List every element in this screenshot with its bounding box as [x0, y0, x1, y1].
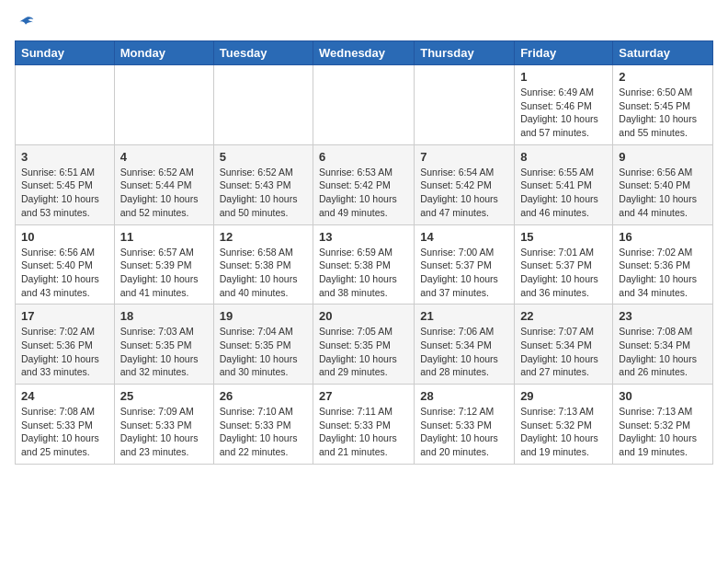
- calendar-cell: 3Sunrise: 6:51 AM Sunset: 5:45 PM Daylig…: [16, 144, 115, 224]
- day-number: 16: [619, 230, 707, 244]
- day-info: Sunrise: 7:03 AM Sunset: 5:35 PM Dayligh…: [120, 325, 208, 379]
- calendar-cell: [213, 65, 313, 145]
- day-info: Sunrise: 7:05 AM Sunset: 5:35 PM Dayligh…: [319, 325, 408, 379]
- calendar-cell: 21Sunrise: 7:06 AM Sunset: 5:34 PM Dayli…: [415, 304, 515, 385]
- day-number: 19: [220, 309, 307, 323]
- calendar-cell: [114, 65, 213, 145]
- calendar-cell: 20Sunrise: 7:05 AM Sunset: 5:35 PM Dayli…: [313, 304, 415, 385]
- day-number: 21: [420, 309, 508, 323]
- calendar-cell: 29Sunrise: 7:13 AM Sunset: 5:32 PM Dayli…: [515, 385, 613, 465]
- day-info: Sunrise: 7:04 AM Sunset: 5:35 PM Dayligh…: [220, 325, 307, 379]
- calendar-table: SundayMondayTuesdayWednesdayThursdayFrid…: [15, 40, 713, 465]
- day-number: 3: [21, 150, 108, 164]
- calendar-cell: 15Sunrise: 7:01 AM Sunset: 5:37 PM Dayli…: [515, 224, 613, 304]
- day-number: 23: [619, 309, 707, 323]
- day-info: Sunrise: 7:09 AM Sunset: 5:33 PM Dayligh…: [120, 405, 208, 459]
- calendar-week-row: 3Sunrise: 6:51 AM Sunset: 5:45 PM Daylig…: [16, 144, 713, 224]
- day-number: 27: [319, 389, 408, 403]
- weekday-header-friday: Friday: [515, 41, 613, 65]
- day-number: 11: [120, 230, 208, 244]
- calendar-cell: 16Sunrise: 7:02 AM Sunset: 5:36 PM Dayli…: [613, 224, 713, 304]
- day-number: 24: [21, 389, 108, 403]
- day-number: 20: [319, 309, 408, 323]
- day-number: 2: [619, 70, 707, 84]
- page-header: [15, 15, 713, 29]
- day-number: 5: [220, 150, 307, 164]
- day-info: Sunrise: 6:57 AM Sunset: 5:39 PM Dayligh…: [120, 246, 208, 300]
- day-number: 15: [520, 230, 607, 244]
- calendar-week-row: 24Sunrise: 7:08 AM Sunset: 5:33 PM Dayli…: [16, 385, 713, 465]
- day-info: Sunrise: 7:06 AM Sunset: 5:34 PM Dayligh…: [420, 325, 508, 379]
- day-info: Sunrise: 7:13 AM Sunset: 5:32 PM Dayligh…: [619, 405, 707, 459]
- calendar-week-row: 10Sunrise: 6:56 AM Sunset: 5:40 PM Dayli…: [16, 224, 713, 304]
- day-info: Sunrise: 7:11 AM Sunset: 5:33 PM Dayligh…: [319, 405, 408, 459]
- day-number: 22: [520, 309, 607, 323]
- calendar-cell: 13Sunrise: 6:59 AM Sunset: 5:38 PM Dayli…: [313, 224, 415, 304]
- calendar-cell: 24Sunrise: 7:08 AM Sunset: 5:33 PM Dayli…: [16, 385, 115, 465]
- calendar-cell: 4Sunrise: 6:52 AM Sunset: 5:44 PM Daylig…: [114, 144, 213, 224]
- day-info: Sunrise: 6:59 AM Sunset: 5:38 PM Dayligh…: [319, 246, 408, 300]
- calendar-cell: 19Sunrise: 7:04 AM Sunset: 5:35 PM Dayli…: [213, 304, 313, 385]
- weekday-header-tuesday: Tuesday: [213, 41, 313, 65]
- weekday-header-saturday: Saturday: [613, 41, 713, 65]
- calendar-cell: 27Sunrise: 7:11 AM Sunset: 5:33 PM Dayli…: [313, 385, 415, 465]
- calendar-cell: 14Sunrise: 7:00 AM Sunset: 5:37 PM Dayli…: [415, 224, 515, 304]
- calendar-week-row: 17Sunrise: 7:02 AM Sunset: 5:36 PM Dayli…: [16, 304, 713, 385]
- calendar-cell: 10Sunrise: 6:56 AM Sunset: 5:40 PM Dayli…: [16, 224, 115, 304]
- weekday-header-row: SundayMondayTuesdayWednesdayThursdayFrid…: [16, 41, 713, 65]
- calendar-cell: 28Sunrise: 7:12 AM Sunset: 5:33 PM Dayli…: [415, 385, 515, 465]
- day-info: Sunrise: 6:51 AM Sunset: 5:45 PM Dayligh…: [21, 166, 108, 220]
- day-number: 25: [120, 389, 208, 403]
- day-info: Sunrise: 7:10 AM Sunset: 5:33 PM Dayligh…: [220, 405, 307, 459]
- calendar-cell: 26Sunrise: 7:10 AM Sunset: 5:33 PM Dayli…: [213, 385, 313, 465]
- calendar-cell: 2Sunrise: 6:50 AM Sunset: 5:45 PM Daylig…: [613, 65, 713, 145]
- day-info: Sunrise: 7:01 AM Sunset: 5:37 PM Dayligh…: [520, 246, 607, 300]
- day-number: 18: [120, 309, 208, 323]
- calendar-cell: [313, 65, 415, 145]
- day-info: Sunrise: 7:13 AM Sunset: 5:32 PM Dayligh…: [520, 405, 607, 459]
- day-info: Sunrise: 6:50 AM Sunset: 5:45 PM Dayligh…: [619, 86, 707, 140]
- day-info: Sunrise: 6:56 AM Sunset: 5:40 PM Dayligh…: [619, 166, 707, 220]
- weekday-header-monday: Monday: [114, 41, 213, 65]
- calendar-cell: 17Sunrise: 7:02 AM Sunset: 5:36 PM Dayli…: [16, 304, 115, 385]
- day-info: Sunrise: 6:55 AM Sunset: 5:41 PM Dayligh…: [520, 166, 607, 220]
- calendar-cell: 11Sunrise: 6:57 AM Sunset: 5:39 PM Dayli…: [114, 224, 213, 304]
- day-number: 1: [520, 70, 607, 84]
- day-number: 12: [220, 230, 307, 244]
- calendar-cell: 8Sunrise: 6:55 AM Sunset: 5:41 PM Daylig…: [515, 144, 613, 224]
- day-number: 29: [520, 389, 607, 403]
- day-number: 30: [619, 389, 707, 403]
- calendar-cell: 12Sunrise: 6:58 AM Sunset: 5:38 PM Dayli…: [213, 224, 313, 304]
- weekday-header-thursday: Thursday: [415, 41, 515, 65]
- calendar-cell: 1Sunrise: 6:49 AM Sunset: 5:46 PM Daylig…: [515, 65, 613, 145]
- calendar-cell: 6Sunrise: 6:53 AM Sunset: 5:42 PM Daylig…: [313, 144, 415, 224]
- logo: [15, 15, 35, 29]
- day-info: Sunrise: 6:54 AM Sunset: 5:42 PM Dayligh…: [420, 166, 508, 220]
- weekday-header-wednesday: Wednesday: [313, 41, 415, 65]
- weekday-header-sunday: Sunday: [16, 41, 115, 65]
- day-number: 6: [319, 150, 408, 164]
- day-info: Sunrise: 7:08 AM Sunset: 5:33 PM Dayligh…: [21, 405, 108, 459]
- day-info: Sunrise: 7:07 AM Sunset: 5:34 PM Dayligh…: [520, 325, 607, 379]
- day-info: Sunrise: 6:58 AM Sunset: 5:38 PM Dayligh…: [220, 246, 307, 300]
- day-info: Sunrise: 6:53 AM Sunset: 5:42 PM Dayligh…: [319, 166, 408, 220]
- day-info: Sunrise: 6:52 AM Sunset: 5:43 PM Dayligh…: [220, 166, 307, 220]
- calendar-cell: 18Sunrise: 7:03 AM Sunset: 5:35 PM Dayli…: [114, 304, 213, 385]
- day-info: Sunrise: 6:49 AM Sunset: 5:46 PM Dayligh…: [520, 86, 607, 140]
- calendar-cell: 23Sunrise: 7:08 AM Sunset: 5:34 PM Dayli…: [613, 304, 713, 385]
- day-info: Sunrise: 7:08 AM Sunset: 5:34 PM Dayligh…: [619, 325, 707, 379]
- day-info: Sunrise: 7:02 AM Sunset: 5:36 PM Dayligh…: [21, 325, 108, 379]
- day-info: Sunrise: 6:56 AM Sunset: 5:40 PM Dayligh…: [21, 246, 108, 300]
- day-number: 28: [420, 389, 508, 403]
- day-number: 17: [21, 309, 108, 323]
- calendar-cell: 22Sunrise: 7:07 AM Sunset: 5:34 PM Dayli…: [515, 304, 613, 385]
- day-number: 7: [420, 150, 508, 164]
- day-info: Sunrise: 7:02 AM Sunset: 5:36 PM Dayligh…: [619, 246, 707, 300]
- logo-bird-icon: [17, 15, 35, 33]
- day-number: 8: [520, 150, 607, 164]
- calendar-cell: [415, 65, 515, 145]
- calendar-week-row: 1Sunrise: 6:49 AM Sunset: 5:46 PM Daylig…: [16, 65, 713, 145]
- calendar-cell: 7Sunrise: 6:54 AM Sunset: 5:42 PM Daylig…: [415, 144, 515, 224]
- calendar-cell: [16, 65, 115, 145]
- calendar-cell: 25Sunrise: 7:09 AM Sunset: 5:33 PM Dayli…: [114, 385, 213, 465]
